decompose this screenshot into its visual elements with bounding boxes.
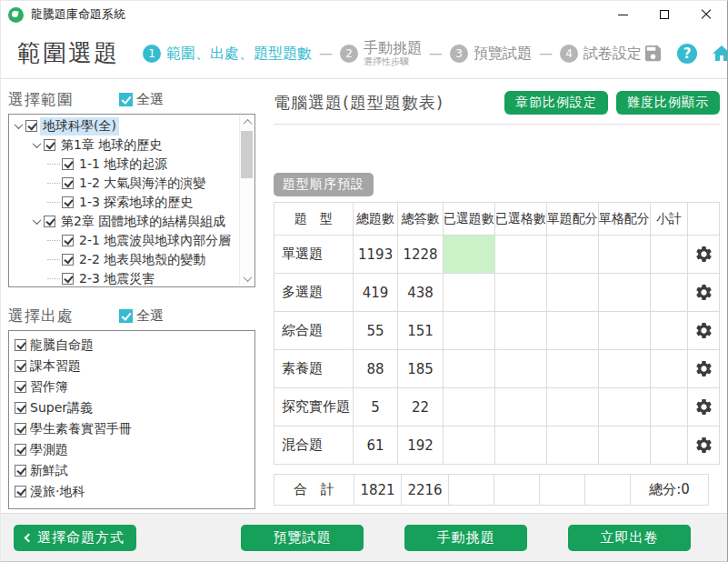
checked-checkbox-icon[interactable] xyxy=(15,486,26,497)
chevron-down-icon[interactable] xyxy=(11,119,25,134)
row-settings-button[interactable] xyxy=(688,350,720,388)
row-settings-button[interactable] xyxy=(688,274,720,312)
selected-questions-input[interactable] xyxy=(443,236,494,274)
tree-label[interactable]: 第1章 地球的歷史 xyxy=(58,136,165,155)
step-4-label: 試卷設定 xyxy=(583,45,642,62)
home-button[interactable] xyxy=(711,43,728,65)
selected-questions-input[interactable] xyxy=(443,274,494,312)
checked-checkbox-icon[interactable] xyxy=(62,177,74,189)
col-header-settings xyxy=(688,203,720,236)
checked-checkbox-icon[interactable] xyxy=(15,444,26,456)
selected-blanks xyxy=(494,312,546,350)
source-item-label: 龍騰自命題 xyxy=(30,337,94,354)
tree-scrollbar[interactable] xyxy=(239,115,254,286)
scrollbar-thumb[interactable] xyxy=(241,131,253,178)
selected-questions-input[interactable] xyxy=(443,427,494,465)
manual-pick-button[interactable]: 手動挑題 xyxy=(404,525,527,551)
selected-questions-input[interactable] xyxy=(443,388,494,427)
window-controls xyxy=(602,1,727,28)
tree-row[interactable]: 2-3 地震災害 xyxy=(11,269,238,287)
gear-icon xyxy=(694,245,713,264)
step-2-subtitle: 選擇性步驟 xyxy=(364,56,422,66)
range-select-all-label: 全選 xyxy=(136,91,164,108)
checked-checkbox-icon[interactable] xyxy=(44,216,55,227)
tree-row[interactable]: 2-2 地表與地殼的變動 xyxy=(11,250,238,269)
chapter-ratio-button[interactable]: 章節比例設定 xyxy=(504,91,608,115)
source-item[interactable]: Super講義 xyxy=(15,397,249,418)
step-separator: — xyxy=(319,45,333,62)
checked-checkbox-icon[interactable] xyxy=(15,465,26,477)
checked-checkbox-icon[interactable] xyxy=(62,158,74,170)
close-button[interactable] xyxy=(685,1,727,28)
help-button[interactable]: ? xyxy=(676,43,698,65)
right-column: 電腦選題(題型題數表) 章節比例設定 難度比例顯示 題型順序預設 題 型 總題數… xyxy=(264,80,727,513)
row-settings-button[interactable] xyxy=(688,427,720,465)
tree-label[interactable]: 2-2 地表與地殼的變動 xyxy=(76,251,208,269)
summary-total-questions: 1821 xyxy=(354,475,402,506)
points-per-question xyxy=(546,388,598,427)
scroll-down-icon[interactable] xyxy=(240,272,254,286)
tree-label[interactable]: 1-1 地球的起源 xyxy=(76,156,170,174)
preview-questions-button[interactable]: 預覽試題 xyxy=(241,525,364,551)
chevron-down-icon[interactable] xyxy=(29,138,44,153)
checked-checkbox-icon[interactable] xyxy=(44,139,55,151)
chevron-down-icon[interactable] xyxy=(29,215,44,229)
source-select-all[interactable]: 全選 xyxy=(119,307,164,325)
checked-checkbox-icon[interactable] xyxy=(62,273,74,285)
tree-label[interactable]: 地球科學(全) xyxy=(40,117,119,135)
minimize-button[interactable] xyxy=(602,1,643,28)
checked-checkbox-icon[interactable] xyxy=(62,235,74,246)
row-settings-button[interactable] xyxy=(688,312,720,350)
difficulty-ratio-button[interactable]: 難度比例顯示 xyxy=(616,91,720,115)
tree-row[interactable]: 1-1 地球的起源 xyxy=(11,155,238,174)
back-to-mode-button[interactable]: 選擇命題方式 xyxy=(14,525,136,551)
tree-label[interactable]: 2-3 地震災害 xyxy=(76,270,157,288)
total-score-label: 總分: xyxy=(649,481,681,497)
source-item[interactable]: 習作簿 xyxy=(15,376,249,397)
row-settings-button[interactable] xyxy=(688,388,720,427)
checked-checkbox-icon[interactable] xyxy=(119,309,133,323)
total-questions: 419 xyxy=(353,274,397,312)
source-item[interactable]: 新鮮試 xyxy=(15,460,249,481)
checked-checkbox-icon[interactable] xyxy=(119,93,133,106)
checked-checkbox-icon[interactable] xyxy=(25,120,37,132)
tree-label[interactable]: 1-2 大氣與海洋的演變 xyxy=(76,175,208,193)
tree-row[interactable]: 第2章 固體地球的結構與組成 xyxy=(11,212,238,231)
source-item[interactable]: 學測題 xyxy=(15,439,249,460)
scroll-up-icon[interactable] xyxy=(240,115,254,129)
tree-label[interactable]: 第2章 固體地球的結構與組成 xyxy=(58,213,228,231)
tree-label[interactable]: 2-1 地震波與地球內部分層 xyxy=(76,232,234,250)
save-button[interactable] xyxy=(642,43,663,65)
checked-checkbox-icon[interactable] xyxy=(62,254,74,266)
checked-checkbox-icon[interactable] xyxy=(15,402,26,414)
checked-checkbox-icon[interactable] xyxy=(62,196,74,208)
total-score-value: 0 xyxy=(681,481,690,497)
selected-questions-input[interactable] xyxy=(443,312,494,350)
source-item[interactable]: 龍騰自命題 xyxy=(15,335,249,356)
tree-row[interactable]: 第1章 地球的歷史 xyxy=(11,135,238,155)
tree-row[interactable]: 2-1 地震波與地球內部分層 xyxy=(11,231,238,250)
checked-checkbox-icon[interactable] xyxy=(15,423,26,435)
checked-checkbox-icon[interactable] xyxy=(15,360,26,372)
question-order-badge[interactable]: 題型順序預設 xyxy=(274,173,374,196)
source-item[interactable]: 漫旅‧地科 xyxy=(15,481,249,502)
checked-checkbox-icon[interactable] xyxy=(15,339,26,351)
generate-paper-button[interactable]: 立即出卷 xyxy=(568,525,691,551)
tree-label[interactable]: 1-3 探索地球的歷史 xyxy=(76,194,195,212)
checked-checkbox-icon[interactable] xyxy=(15,381,26,393)
range-select-all[interactable]: 全選 xyxy=(119,91,164,108)
row-settings-button[interactable] xyxy=(688,236,720,274)
maximize-button[interactable] xyxy=(643,1,685,28)
selected-questions-input[interactable] xyxy=(443,350,494,388)
source-item[interactable]: 學生素養實習手冊 xyxy=(15,418,249,439)
points-per-question xyxy=(546,350,598,388)
total-questions: 61 xyxy=(353,427,397,465)
step-separator: — xyxy=(539,45,553,62)
tree-row[interactable]: 1-3 探索地球的歷史 xyxy=(11,193,238,212)
selected-blanks xyxy=(494,350,546,388)
source-item[interactable]: 課本習題 xyxy=(15,356,249,376)
tree-row[interactable]: 地球科學(全) xyxy=(11,116,238,135)
header: 範圍選題 1 範圍、出處、題型題數 — 2 手動挑題 選擇性步驟 — 3 預覽試… xyxy=(1,28,727,79)
tree-row[interactable]: 1-2 大氣與海洋的演變 xyxy=(11,174,238,193)
source-select-all-label: 全選 xyxy=(136,307,164,325)
